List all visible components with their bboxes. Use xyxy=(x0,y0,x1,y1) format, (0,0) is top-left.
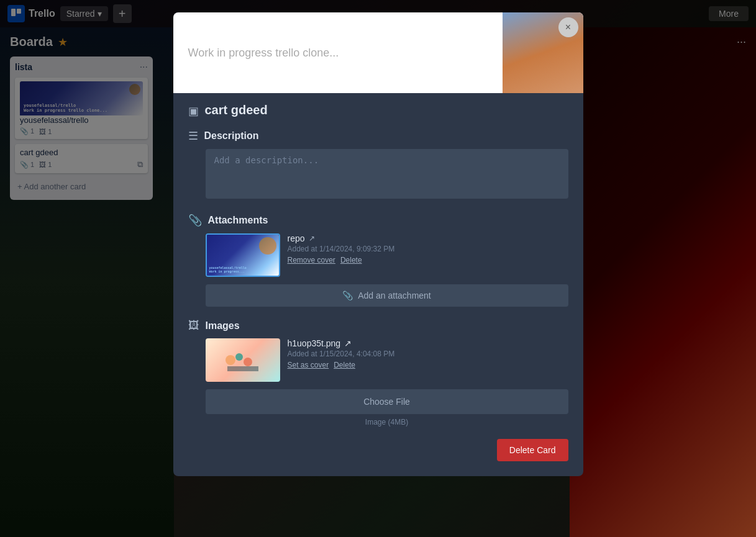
images-header: 🖼 Images xyxy=(188,319,568,332)
remove-cover-label: Remove cover xyxy=(288,256,335,264)
modal-title-row: ▣ cart gdeed xyxy=(188,103,568,118)
image-external-link-icon: ↗ xyxy=(344,338,352,348)
delete-card-label: Delete Card xyxy=(509,445,556,455)
svg-rect-5 xyxy=(227,366,258,371)
image-name-text: h1uop35t.png xyxy=(288,338,341,348)
attachments-header: 📎 Attachments xyxy=(188,214,568,227)
remove-cover-button[interactable]: Remove cover xyxy=(288,256,335,264)
paperclip-icon: 📎 xyxy=(342,291,353,300)
svg-point-2 xyxy=(225,355,235,365)
attachment-thumbnail: yousefelassal/trelloWork in progress... xyxy=(206,233,280,277)
description-input[interactable] xyxy=(206,149,568,199)
card-modal: Work in progress trello clone... × ▣ car… xyxy=(173,12,583,476)
close-modal-button[interactable]: × xyxy=(558,17,578,37)
attachment-thumb-preview: yousefelassal/trelloWork in progress... xyxy=(207,235,279,276)
delete-image-button[interactable]: Delete xyxy=(334,361,355,369)
attachment-actions: Remove cover Delete xyxy=(288,256,568,264)
description-icon: ☰ xyxy=(188,129,198,143)
attachment-name: repo ↗ xyxy=(288,233,568,243)
card-icon: ▣ xyxy=(188,104,199,118)
svg-point-3 xyxy=(235,353,243,361)
image-actions: Set as cover Delete xyxy=(288,361,568,369)
delete-card-row: Delete Card xyxy=(188,439,568,466)
delete-attachment-button[interactable]: Delete xyxy=(340,256,362,264)
attachment-name-text: repo xyxy=(288,233,305,243)
attachments-title: Attachments xyxy=(208,215,268,226)
close-icon: × xyxy=(565,22,571,33)
delete-attachment-label: Delete xyxy=(340,256,362,264)
images-title: Images xyxy=(206,320,240,332)
attachment-date: Added at 1/14/2024, 9:09:32 PM xyxy=(288,245,568,253)
attachments-section: 📎 Attachments yousefelassal/trelloWork i… xyxy=(188,214,568,307)
image-thumb-preview xyxy=(206,338,280,382)
attachment-item: yousefelassal/trelloWork in progress... … xyxy=(206,233,568,277)
choose-file-button[interactable]: Choose File xyxy=(206,389,568,414)
delete-card-button[interactable]: Delete Card xyxy=(497,439,568,461)
set-cover-label: Set as cover xyxy=(288,361,329,369)
modal-card-title: cart gdeed xyxy=(205,103,268,117)
images-section: 🖼 Images xyxy=(188,319,568,426)
add-attachment-label: Add an attachment xyxy=(358,291,431,300)
modal-body: ▣ cart gdeed ☰ Description 📎 Attachments xyxy=(173,93,583,476)
description-header: ☰ Description xyxy=(188,129,568,143)
attachment-icon: 📎 xyxy=(188,214,202,227)
images-icon: 🖼 xyxy=(188,319,199,332)
image-preview-svg xyxy=(224,345,262,376)
modal-cover: Work in progress trello clone... × xyxy=(173,12,583,93)
external-link-icon: ↗ xyxy=(309,234,315,243)
image-name: h1uop35t.png ↗ xyxy=(288,338,568,348)
modal-overlay[interactable]: Work in progress trello clone... × ▣ car… xyxy=(0,0,756,537)
image-thumbnail xyxy=(206,338,280,382)
thumb-text: yousefelassal/trelloWork in progress... xyxy=(209,266,247,273)
file-size-hint: Image (4MB) xyxy=(206,418,568,426)
set-cover-button[interactable]: Set as cover xyxy=(288,361,329,369)
image-item: h1uop35t.png ↗ Added at 1/15/2024, 4:04:… xyxy=(206,338,568,382)
delete-image-label: Delete xyxy=(334,361,355,369)
image-date: Added at 1/15/2024, 4:04:08 PM xyxy=(288,350,568,358)
description-section: ☰ Description xyxy=(188,129,568,201)
add-attachment-button[interactable]: 📎 Add an attachment xyxy=(206,284,568,307)
description-title: Description xyxy=(204,130,259,142)
choose-file-label: Choose File xyxy=(363,397,410,407)
cover-placeholder-text: Work in progress trello clone... xyxy=(188,47,339,60)
thumb-avatar xyxy=(259,237,276,255)
svg-point-4 xyxy=(244,358,252,366)
attachment-info: repo ↗ Added at 1/14/2024, 9:09:32 PM Re… xyxy=(288,233,568,264)
image-info: h1uop35t.png ↗ Added at 1/15/2024, 4:04:… xyxy=(288,338,568,369)
